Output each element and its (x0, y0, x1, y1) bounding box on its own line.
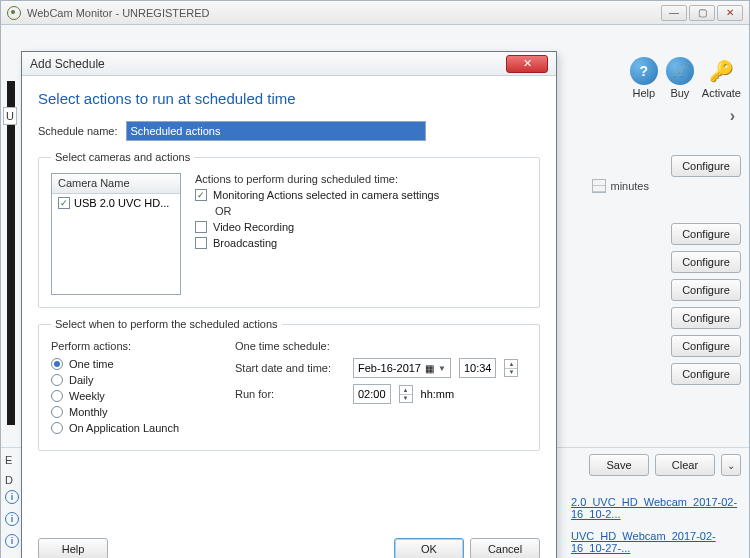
configure-column: Configure Configure Configure Configure … (671, 155, 741, 385)
buy-tool[interactable]: 🛒 Buy (666, 57, 694, 99)
radio-weekly[interactable] (51, 390, 63, 402)
activate-tool[interactable]: 🔑 Activate (702, 57, 741, 99)
opt-monthly-label: Monthly (69, 406, 108, 418)
dialog-titlebar: Add Schedule ✕ (22, 52, 556, 76)
left-u-box: U (3, 107, 17, 125)
configure-button-3[interactable]: Configure (671, 251, 741, 273)
minutes-row: minutes (592, 179, 649, 193)
actions-label: Actions to perform during scheduled time… (195, 173, 527, 185)
camera-item[interactable]: ✓ USB 2.0 UVC HD... (52, 194, 180, 212)
ok-button[interactable]: OK (394, 538, 464, 558)
configure-button-7[interactable]: Configure (671, 363, 741, 385)
opt-onetime[interactable]: One time (51, 358, 211, 370)
cancel-button[interactable]: Cancel (470, 538, 540, 558)
opt-launch-label: On Application Launch (69, 422, 179, 434)
start-time-value: 10:34 (464, 362, 492, 374)
maximize-button[interactable]: ▢ (689, 5, 715, 21)
help-label: Help (633, 87, 656, 99)
camera-checkbox[interactable]: ✓ (58, 197, 70, 209)
group1-legend: Select cameras and actions (51, 151, 194, 163)
dialog-title: Add Schedule (30, 57, 506, 71)
file-link-1[interactable]: 2.0_UVC_HD_Webcam_2017-02-16_10-2... (571, 496, 749, 520)
toolbar-right: ? Help 🛒 Buy 🔑 Activate (630, 57, 741, 99)
close-button[interactable]: ✕ (717, 5, 743, 21)
configure-button-2[interactable]: Configure (671, 223, 741, 245)
clear-button[interactable]: Clear (655, 454, 715, 476)
broadcast-label: Broadcasting (213, 237, 277, 249)
key-icon: 🔑 (707, 57, 735, 85)
radio-monthly[interactable] (51, 406, 63, 418)
window-title: WebCam Monitor - UNREGISTERED (27, 7, 661, 19)
opt-daily-label: Daily (69, 374, 93, 386)
opt-weekly[interactable]: Weekly (51, 390, 211, 402)
main-titlebar: WebCam Monitor - UNREGISTERED — ▢ ✕ (1, 1, 749, 25)
main-body: U ? Help 🛒 Buy 🔑 Activate › minutes Conf… (1, 25, 749, 558)
chevron-right-icon[interactable]: › (730, 107, 735, 125)
video-checkbox[interactable] (195, 221, 207, 233)
camera-listbox[interactable]: Camera Name ✓ USB 2.0 UVC HD... (51, 173, 181, 295)
radio-onetime[interactable] (51, 358, 63, 370)
or-text: OR (215, 205, 527, 217)
info-icon[interactable]: i (5, 512, 19, 526)
opt-launch[interactable]: On Application Launch (51, 422, 211, 434)
app-icon (7, 6, 21, 20)
save-button[interactable]: Save (589, 454, 649, 476)
configure-button-5[interactable]: Configure (671, 307, 741, 329)
cameras-actions-group: Select cameras and actions Camera Name ✓… (38, 151, 540, 308)
left-letter-e: E (5, 454, 13, 466)
broadcast-checkbox[interactable] (195, 237, 207, 249)
monitoring-label: Monitoring Actions selected in camera se… (213, 189, 439, 201)
expand-chevron-icon[interactable]: ⌄ (721, 454, 741, 476)
opt-weekly-label: Weekly (69, 390, 105, 402)
opt-monthly[interactable]: Monthly (51, 406, 211, 418)
ots-label: One time schedule: (235, 340, 527, 352)
time-spinner[interactable]: ▲▼ (504, 359, 518, 377)
help-icon: ? (630, 57, 658, 85)
dialog-help-button[interactable]: Help (38, 538, 108, 558)
main-window: WebCam Monitor - UNREGISTERED — ▢ ✕ U ? … (0, 0, 750, 558)
preview-strip (7, 81, 15, 425)
opt-onetime-label: One time (69, 358, 114, 370)
configure-button-6[interactable]: Configure (671, 335, 741, 357)
left-letter-d: D (5, 474, 13, 486)
start-date-value: Feb-16-2017 (358, 362, 421, 374)
radio-daily[interactable] (51, 374, 63, 386)
minutes-spinner[interactable] (592, 179, 606, 193)
info-icon[interactable]: i (5, 534, 19, 548)
chevron-down-icon: ▼ (438, 364, 446, 373)
group2-legend: Select when to perform the scheduled act… (51, 318, 282, 330)
minutes-label: minutes (610, 180, 649, 192)
configure-button-1[interactable]: Configure (671, 155, 741, 177)
start-time-input[interactable]: 10:34 (459, 358, 497, 378)
runfor-input[interactable]: 02:00 (353, 384, 391, 404)
opt-daily[interactable]: Daily (51, 374, 211, 386)
activate-label: Activate (702, 87, 741, 99)
perform-label: Perform actions: (51, 340, 211, 352)
info-icons: i i i (5, 490, 19, 548)
configure-button-4[interactable]: Configure (671, 279, 741, 301)
camera-item-label: USB 2.0 UVC HD... (74, 197, 169, 209)
schedule-name-label: Schedule name: (38, 125, 118, 137)
runfor-label: Run for: (235, 388, 345, 400)
video-label: Video Recording (213, 221, 294, 233)
monitoring-checkbox[interactable]: ✓ (195, 189, 207, 201)
help-tool[interactable]: ? Help (630, 57, 658, 99)
file-link-2[interactable]: UVC_HD_Webcam_2017-02-16_10-27-... (571, 530, 749, 554)
buy-label: Buy (670, 87, 689, 99)
start-date-input[interactable]: Feb-16-2017 ▦ ▼ (353, 358, 451, 378)
minimize-button[interactable]: — (661, 5, 687, 21)
dialog-close-button[interactable]: ✕ (506, 55, 548, 73)
start-label: Start date and time: (235, 362, 345, 374)
info-icon[interactable]: i (5, 490, 19, 504)
schedule-name-input[interactable] (126, 121, 426, 141)
runfor-spinner[interactable]: ▲▼ (399, 385, 413, 403)
radio-launch[interactable] (51, 422, 63, 434)
camera-header: Camera Name (52, 174, 180, 194)
runfor-value: 02:00 (358, 388, 386, 400)
add-schedule-dialog: Add Schedule ✕ Select actions to run at … (21, 51, 557, 558)
dialog-heading: Select actions to run at scheduled time (38, 90, 540, 107)
runfor-unit: hh:mm (421, 388, 455, 400)
calendar-icon: ▦ (425, 363, 434, 374)
cart-icon: 🛒 (666, 57, 694, 85)
when-group: Select when to perform the scheduled act… (38, 318, 540, 451)
